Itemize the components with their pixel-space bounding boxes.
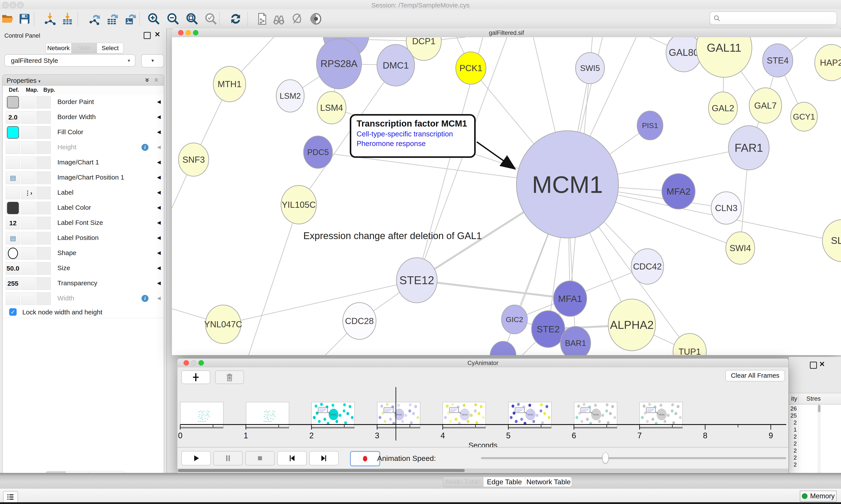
import-table-icon[interactable] bbox=[61, 12, 74, 25]
delete-frame-button[interactable] bbox=[215, 371, 244, 384]
expand-row-icon[interactable]: ◀ bbox=[157, 99, 161, 105]
open-session-icon[interactable] bbox=[1, 12, 14, 25]
annotation-link[interactable]: Cell-type-specific transcription bbox=[357, 130, 469, 138]
network-node-RPS28A[interactable]: RPS28A bbox=[317, 38, 362, 89]
network-node-MFA2[interactable]: MFA2 bbox=[662, 174, 695, 209]
expand-row-icon[interactable]: ◀ bbox=[157, 295, 161, 301]
property-row-shape[interactable]: Shape◀ bbox=[3, 246, 164, 261]
cyanimator-titlebar[interactable]: CyAnimator bbox=[177, 359, 788, 367]
network-node-BAR1[interactable]: BAR1 bbox=[560, 326, 591, 355]
close-panel-icon[interactable]: ✕ bbox=[155, 32, 160, 37]
refresh-layout-icon[interactable] bbox=[229, 12, 242, 25]
mapping-cell[interactable]: ⋮› bbox=[21, 186, 35, 199]
expand-row-icon[interactable]: ◀ bbox=[157, 114, 161, 120]
network-node-SNF3[interactable]: SNF3 bbox=[179, 143, 209, 176]
default-value-cell[interactable]: 50.0 bbox=[6, 262, 20, 275]
play-button[interactable] bbox=[181, 451, 211, 466]
float-panel-icon[interactable] bbox=[810, 362, 817, 369]
tab-network-table[interactable]: Network Table bbox=[525, 477, 572, 487]
go-to-end-button[interactable] bbox=[309, 451, 339, 466]
expand-row-icon[interactable]: ◀ bbox=[157, 175, 161, 180]
expand-row-icon[interactable]: ◀ bbox=[157, 265, 161, 271]
expand-row-icon[interactable]: ◀ bbox=[157, 129, 161, 135]
annotation-box[interactable]: Transcription factor MCM1 Cell-type-spec… bbox=[350, 114, 476, 158]
network-node-FAR1[interactable]: FAR1 bbox=[729, 126, 769, 170]
table-scrollbar[interactable] bbox=[818, 404, 821, 473]
pause-button[interactable] bbox=[213, 451, 243, 466]
add-frame-button[interactable] bbox=[181, 371, 210, 384]
network-node-GAL7[interactable]: GAL7 bbox=[749, 88, 782, 123]
network-node-TUP1[interactable]: TUP1 bbox=[673, 334, 706, 355]
expand-all-icon[interactable]: » bbox=[143, 78, 152, 82]
property-row-fill-color[interactable]: Fill Color◀ bbox=[3, 125, 164, 140]
export-image-icon[interactable] bbox=[124, 12, 137, 25]
bypass-cell[interactable] bbox=[36, 172, 51, 184]
table-cell-value[interactable]: 2 bbox=[789, 454, 797, 461]
network-node-LSM4[interactable]: LSM4 bbox=[317, 91, 346, 124]
memory-button[interactable]: Memory bbox=[800, 491, 837, 502]
default-value-cell[interactable] bbox=[6, 247, 20, 260]
bypass-cell[interactable] bbox=[36, 156, 51, 169]
network-node-PCK1[interactable]: PCK1 bbox=[456, 52, 486, 84]
property-row-label-color[interactable]: Label Color◀ bbox=[3, 200, 164, 216]
mapping-cell[interactable] bbox=[21, 262, 35, 275]
go-to-start-button[interactable] bbox=[277, 451, 307, 466]
table-col-stress[interactable]: Stres bbox=[806, 395, 821, 402]
table-cell-value[interactable]: 2 bbox=[789, 419, 797, 426]
clear-all-frames-button[interactable]: Clear All Frames bbox=[726, 370, 785, 381]
zoom-fit-icon[interactable] bbox=[185, 12, 199, 25]
property-row-label[interactable]: ⋮›Label◀ bbox=[3, 185, 164, 201]
table-col-centrality[interactable]: ity bbox=[789, 395, 797, 402]
network-node-STE12[interactable]: STE12 bbox=[396, 258, 437, 303]
zoom-out-icon[interactable] bbox=[166, 12, 180, 25]
property-row-image-chart-position-1[interactable]: ▤Image/Chart Position 1◀ bbox=[3, 170, 164, 185]
default-value-cell[interactable]: 255 bbox=[6, 277, 20, 290]
network-node-MFA1[interactable]: MFA1 bbox=[553, 281, 587, 317]
mapping-cell[interactable] bbox=[21, 96, 35, 109]
hide-labels-icon[interactable] bbox=[290, 12, 304, 25]
expand-row-icon[interactable]: ◀ bbox=[157, 144, 161, 150]
mapping-cell[interactable] bbox=[21, 217, 35, 230]
properties-header[interactable]: Properties ▾ » « bbox=[3, 75, 164, 86]
default-value-cell[interactable] bbox=[6, 202, 20, 214]
style-selector[interactable]: galFiltered Style ▾ bbox=[4, 54, 135, 67]
property-row-label-position[interactable]: ▤Label Position◀ bbox=[3, 231, 164, 246]
mapping-cell[interactable] bbox=[21, 232, 35, 245]
mapping-cell[interactable] bbox=[21, 141, 35, 154]
network-window-titlebar[interactable]: galFiltered.sif bbox=[172, 29, 841, 37]
table-cell-value[interactable]: 2 bbox=[789, 433, 797, 440]
bypass-cell[interactable] bbox=[36, 126, 51, 139]
network-node-GIC2[interactable]: GIC2 bbox=[502, 305, 527, 334]
network-node-HAP2[interactable]: HAP2 bbox=[815, 44, 841, 81]
float-panel-icon[interactable] bbox=[144, 32, 151, 39]
bypass-cell[interactable] bbox=[36, 96, 51, 109]
lock-size-checkbox[interactable]: ✓ bbox=[9, 308, 17, 316]
mapping-cell[interactable] bbox=[21, 292, 35, 305]
network-node-PDC5[interactable]: PDC5 bbox=[304, 136, 333, 168]
bypass-cell[interactable] bbox=[36, 186, 51, 199]
panel-list-button[interactable] bbox=[3, 491, 18, 503]
expand-row-icon[interactable]: ◀ bbox=[157, 250, 161, 256]
cyanimator-timeline[interactable]: MCM1MCM1MCM1MCM1MCM1MCM1 0123456789 Seco… bbox=[177, 386, 788, 447]
property-row-size[interactable]: 50.0Size◀ bbox=[3, 261, 164, 276]
bypass-cell[interactable] bbox=[36, 247, 51, 260]
search-input[interactable] bbox=[710, 12, 837, 25]
timeline-playhead[interactable] bbox=[395, 387, 396, 440]
property-row-height[interactable]: Heighti◀ bbox=[3, 140, 164, 155]
expand-row-icon[interactable]: ◀ bbox=[157, 235, 161, 240]
network-node-LSM2[interactable]: LSM2 bbox=[276, 80, 304, 112]
property-row-label-font-size[interactable]: 12Label Font Size◀ bbox=[3, 215, 164, 231]
stop-button[interactable] bbox=[245, 451, 275, 466]
style-options-button[interactable]: ▾ bbox=[141, 54, 164, 68]
network-node-SWI5[interactable]: SWI5 bbox=[576, 53, 605, 84]
network-node-GAL11[interactable]: GAL11 bbox=[696, 37, 752, 77]
network-node-SLT2[interactable]: SLT2 bbox=[822, 220, 841, 262]
table-cell-value[interactable]: 1 bbox=[789, 426, 797, 433]
network-node-CDC42[interactable]: CDC42 bbox=[631, 249, 664, 284]
network-node-CLN3[interactable]: CLN3 bbox=[711, 192, 741, 224]
close-panel-icon[interactable]: ✕ bbox=[819, 361, 825, 367]
table-cell-value[interactable]: 2 bbox=[789, 440, 797, 447]
network-node-ALPHA2[interactable]: ALPHA2 bbox=[608, 299, 656, 351]
tab-select[interactable]: Select bbox=[97, 43, 123, 53]
bypass-cell[interactable] bbox=[36, 141, 51, 154]
